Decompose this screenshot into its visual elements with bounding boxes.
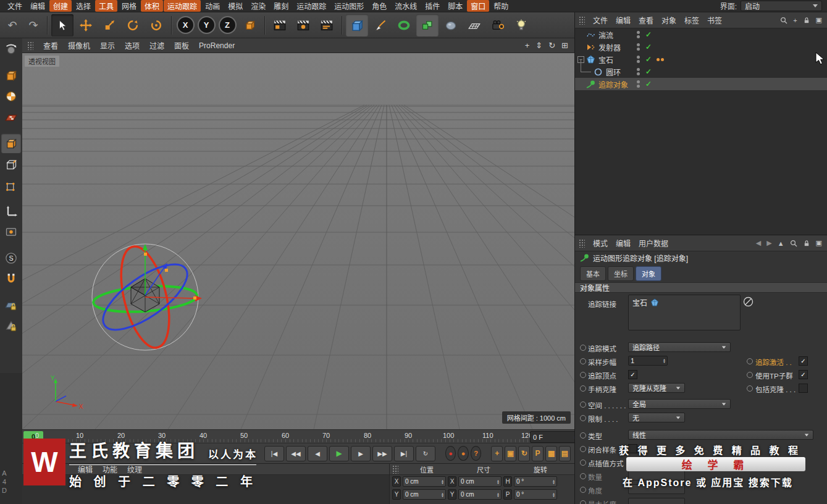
visibility-dots[interactable] [637,31,640,38]
pan-view-icon[interactable]: + [525,41,530,50]
object-row-circle[interactable]: 圆环 ✓ [575,65,827,78]
lock-x-axis-button[interactable]: X [175,14,195,36]
field-stepper[interactable]: ▴▾ [663,358,665,363]
viewport-solo-button[interactable] [1,222,21,242]
rotation-gizmo[interactable] [83,235,207,359]
goto-start-button[interactable]: |◀ [264,446,284,461]
viewport-menu-cameras[interactable]: 摄像机 [68,40,90,51]
material-menu-texture[interactable]: 纹理 [127,464,142,474]
field-stepper[interactable]: ▴▾ [497,492,499,497]
enable-snap-button[interactable]: S [1,248,21,268]
keyframe-dot-icon[interactable] [580,446,586,452]
type-dropdown[interactable]: 线性 [628,430,813,440]
record-position-button[interactable]: + [491,446,503,461]
add-camera-button[interactable] [487,14,509,36]
lock-icon[interactable] [803,240,810,247]
visibility-dots[interactable] [637,56,640,63]
handle-clone-dropdown[interactable]: 克隆从克隆 [628,383,685,393]
render-view-button[interactable] [269,14,291,36]
om-menu-tags[interactable]: 标签 [684,15,699,25]
menu-mesh[interactable]: 网格 [118,0,140,12]
position-x-field[interactable]: 0 cm▴▾ [403,476,446,487]
keyframe-dot-icon[interactable] [580,358,586,364]
add-light-button[interactable] [510,14,532,36]
object-properties-section[interactable]: 对象属性 [575,282,827,293]
keyframe-dot-icon[interactable] [747,372,753,378]
panel-grip[interactable] [579,16,585,25]
menu-sculpt[interactable]: 雕刻 [270,0,292,12]
keyframe-dot-icon[interactable] [747,385,753,392]
object-name[interactable]: 追踪对象 [598,79,628,90]
menu-simulate[interactable]: 模拟 [224,0,246,12]
enabled-check[interactable]: ✓ [645,43,652,51]
interface-dropdown[interactable]: 启动 [741,1,822,11]
visibility-dots[interactable] [637,43,640,51]
om-menu-view[interactable]: 查看 [639,15,653,25]
sample-step-field[interactable]: 1 ▴▾ [628,356,668,366]
keyframe-dot-icon[interactable] [580,460,586,466]
menu-render[interactable]: 渲染 [247,0,269,12]
object-name[interactable]: 发射器 [598,42,621,52]
menu-script[interactable]: 脚本 [444,0,466,12]
tab-object[interactable]: 对象 [636,266,661,281]
panel-grip[interactable] [27,41,33,50]
viewport-menu-display[interactable]: 显示 [100,40,115,51]
size-y-field[interactable]: 0 cm▴▾ [458,489,502,500]
enable-quantizing-button[interactable] [1,269,21,289]
object-name[interactable]: 湍流 [598,30,613,40]
rotation-h-field[interactable]: 0 °▴▾ [514,476,557,487]
tab-basic[interactable]: 基本 [580,266,606,281]
keyframe-dot-icon[interactable] [580,372,586,378]
object-name[interactable]: 圆环 [606,67,621,77]
edge-mode-button[interactable] [1,154,21,174]
keyframe-presets-button[interactable]: ▤ [559,446,571,461]
keyframe-dot-icon[interactable] [580,345,586,351]
current-frame-field[interactable]: 0 F ▴▾ [530,431,579,443]
toggle-view-icon[interactable]: ⊞ [561,41,568,50]
add-primitive-cube-button[interactable] [346,14,368,36]
keyframe-dot-icon[interactable] [580,385,586,392]
scale-tool-button[interactable] [98,14,120,36]
play-button[interactable]: ▶ [329,446,349,461]
keyframe-dot-icon[interactable] [580,473,586,479]
autokey-button[interactable]: ● [458,446,469,461]
menu-plugins[interactable]: 插件 [421,0,443,12]
move-tool-button[interactable] [75,14,97,36]
enabled-check[interactable]: ✓ [645,67,652,76]
object-row-turbulence[interactable]: 湍流 ✓ [575,28,827,41]
add-spline-pen-button[interactable] [369,14,392,36]
play-sound-button[interactable]: ? [471,446,482,461]
history-forward-icon[interactable]: ▶ [766,239,771,247]
visibility-dots[interactable] [637,68,640,75]
enabled-check[interactable]: ✓ [645,55,652,64]
panel-grip[interactable] [25,465,31,474]
tp-group-checkbox[interactable]: ✓ [799,370,808,379]
viewport-menu-options[interactable]: 选项 [125,40,140,51]
panel-grip[interactable] [579,239,585,248]
menu-help[interactable]: 帮助 [490,0,512,12]
object-row-gem[interactable]: – 宝石 ✓ [575,53,827,65]
material-menu-edit[interactable]: 编辑 [78,464,93,474]
polygon-mode-button[interactable] [1,133,21,153]
add-floor-environment-button[interactable] [463,14,485,36]
material-menu-function[interactable]: 功能 [103,464,117,474]
panel-icon[interactable]: ▣ [816,239,822,247]
zoom-view-icon[interactable]: ⇕ [535,41,542,50]
trace-link-item[interactable]: 宝石 [629,295,740,309]
record-button[interactable]: ● [445,446,456,461]
loop-button[interactable]: ↻ [416,446,435,461]
make-editable-button[interactable] [1,40,21,59]
field-stepper[interactable]: ▴▾ [497,479,499,484]
am-menu-userdata[interactable]: 用户数据 [639,238,668,248]
keyframe-dot-icon[interactable] [580,432,586,439]
field-stepper[interactable]: ▴▾ [442,492,443,497]
workplane-mode-button[interactable] [1,107,21,127]
viewport-menu-filter[interactable]: 过滤 [149,40,164,51]
menu-character[interactable]: 角色 [368,0,390,12]
menu-window[interactable]: 窗口 [467,0,489,12]
keyframe-dot-icon[interactable] [580,487,586,493]
redo-button[interactable]: ↷ [23,14,43,36]
keyframe-dot-icon[interactable] [580,500,586,504]
keyframe-dot-icon[interactable] [580,415,586,421]
goto-end-button[interactable]: ▶| [394,446,414,461]
